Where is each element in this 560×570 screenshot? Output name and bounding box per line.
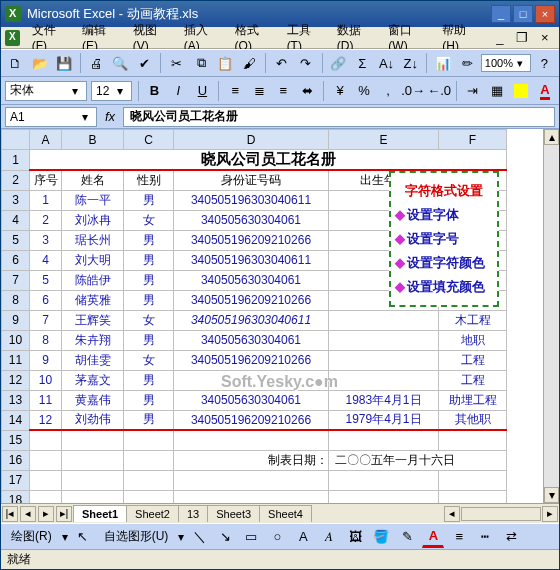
scroll-right-icon[interactable]: ▸ xyxy=(542,506,558,522)
cell[interactable] xyxy=(124,490,174,503)
header-cell[interactable]: 序号 xyxy=(30,170,62,190)
cell[interactable] xyxy=(30,450,62,470)
cell[interactable]: 340505630304061 xyxy=(174,390,329,410)
cell[interactable]: 其他职 xyxy=(439,410,507,430)
sheet-tab[interactable]: Sheet4 xyxy=(259,505,312,522)
print-icon[interactable]: 🖨 xyxy=(86,52,107,74)
cell[interactable] xyxy=(329,430,439,450)
cell[interactable]: 茅嘉文 xyxy=(62,370,124,390)
row-header[interactable]: 6 xyxy=(2,250,30,270)
cell[interactable]: 7 xyxy=(30,310,62,330)
cell[interactable]: 朱卉翔 xyxy=(62,330,124,350)
scroll-left-icon[interactable]: ◂ xyxy=(444,506,460,522)
cell[interactable]: 男 xyxy=(124,270,174,290)
title-cell[interactable]: 晓风公司员工花名册 xyxy=(30,150,507,171)
row-header[interactable]: 1 xyxy=(2,150,30,171)
sort-desc-icon[interactable]: Z↓ xyxy=(400,52,421,74)
minimize-button[interactable]: _ xyxy=(491,5,511,23)
cell[interactable] xyxy=(124,450,174,470)
popup-option-fill[interactable]: ◆设置填充颜色 xyxy=(395,275,493,299)
tab-nav-next-icon[interactable]: ▸ xyxy=(38,506,54,522)
cell[interactable]: 12 xyxy=(30,410,62,430)
sheet-tab[interactable]: Sheet3 xyxy=(207,505,260,522)
row-header[interactable]: 5 xyxy=(2,230,30,250)
fill-color-icon[interactable] xyxy=(511,80,531,102)
grid[interactable]: A B C D E F 1晓风公司员工花名册 2 序号 姓名 性别 身份证号码 … xyxy=(1,129,543,503)
row-header[interactable]: 17 xyxy=(2,470,30,490)
decrease-decimal-icon[interactable]: ←.0 xyxy=(428,80,450,102)
cell[interactable]: 储英雅 xyxy=(62,290,124,310)
cell[interactable]: 2 xyxy=(30,210,62,230)
col-header[interactable]: C xyxy=(124,130,174,150)
font-combo[interactable]: 宋体▾ xyxy=(5,81,87,101)
row-header[interactable]: 11 xyxy=(2,350,30,370)
popup-option-font[interactable]: ◆设置字体 xyxy=(395,203,493,227)
cell[interactable]: 黄嘉伟 xyxy=(62,390,124,410)
align-left-icon[interactable]: ≡ xyxy=(225,80,245,102)
cell[interactable]: 340505196303040611 xyxy=(174,190,329,210)
row-header[interactable]: 16 xyxy=(2,450,30,470)
preview-icon[interactable]: 🔍 xyxy=(110,52,131,74)
cell[interactable]: 女 xyxy=(124,210,174,230)
row-header[interactable]: 18 xyxy=(2,490,30,503)
fill-icon[interactable]: 🪣 xyxy=(370,526,392,548)
formula-input[interactable]: 晓风公司员工花名册 xyxy=(123,107,555,127)
indent-icon[interactable]: ⇥ xyxy=(463,80,483,102)
clipart-icon[interactable]: 🖼 xyxy=(344,526,366,548)
cell[interactable]: 男 xyxy=(124,190,174,210)
col-header[interactable]: D xyxy=(174,130,329,150)
cell[interactable]: 女 xyxy=(124,310,174,330)
cell[interactable] xyxy=(329,370,439,390)
scroll-down-icon[interactable]: ▾ xyxy=(544,487,559,503)
cell[interactable] xyxy=(30,490,62,503)
font-color-icon[interactable]: A xyxy=(422,526,444,548)
doc-close-button[interactable]: × xyxy=(535,27,555,49)
cell[interactable] xyxy=(174,470,329,490)
cell[interactable]: 340505196209210266 xyxy=(174,290,329,310)
cell[interactable]: 男 xyxy=(124,410,174,430)
select-all-corner[interactable] xyxy=(2,130,30,150)
undo-icon[interactable]: ↶ xyxy=(271,52,292,74)
header-cell[interactable]: 姓名 xyxy=(62,170,124,190)
cell[interactable]: 女 xyxy=(124,350,174,370)
align-center-icon[interactable]: ≣ xyxy=(249,80,269,102)
fx-icon[interactable]: fx xyxy=(97,109,123,124)
line-icon[interactable]: ＼ xyxy=(188,526,210,548)
row-header[interactable]: 2 xyxy=(2,170,30,190)
cut-icon[interactable]: ✂ xyxy=(166,52,187,74)
rectangle-icon[interactable]: ▭ xyxy=(240,526,262,548)
chart-icon[interactable]: 📊 xyxy=(432,52,453,74)
cell[interactable]: 工程 xyxy=(439,370,507,390)
row-header[interactable]: 10 xyxy=(2,330,30,350)
wordart-icon[interactable]: 𝐴 xyxy=(318,526,340,548)
open-icon[interactable]: 📂 xyxy=(29,52,50,74)
hyperlink-icon[interactable]: 🔗 xyxy=(328,52,349,74)
cell[interactable]: 刘冰冉 xyxy=(62,210,124,230)
cell[interactable] xyxy=(30,430,62,450)
tab-nav-last-icon[interactable]: ▸| xyxy=(56,506,72,522)
cell[interactable] xyxy=(62,490,124,503)
oval-icon[interactable]: ○ xyxy=(266,526,288,548)
row-header[interactable]: 8 xyxy=(2,290,30,310)
row-header[interactable]: 14 xyxy=(2,410,30,430)
cell[interactable] xyxy=(174,370,329,390)
cell[interactable] xyxy=(124,430,174,450)
row-header[interactable]: 3 xyxy=(2,190,30,210)
line-style-icon[interactable]: ≡ xyxy=(448,526,470,548)
cell[interactable]: 琚长州 xyxy=(62,230,124,250)
textbox-icon[interactable]: A xyxy=(292,526,314,548)
select-objects-icon[interactable]: ↖ xyxy=(72,526,94,548)
cell[interactable]: 340505630304061 xyxy=(174,330,329,350)
arrow-icon[interactable]: ↘ xyxy=(214,526,236,548)
cell[interactable]: 刘大明 xyxy=(62,250,124,270)
cell[interactable]: 6 xyxy=(30,290,62,310)
cell[interactable]: 340505196303040611 xyxy=(174,250,329,270)
row-header[interactable]: 15 xyxy=(2,430,30,450)
paste-icon[interactable]: 📋 xyxy=(215,52,236,74)
merge-icon[interactable]: ⬌ xyxy=(297,80,317,102)
cell[interactable]: 4 xyxy=(30,250,62,270)
cell[interactable]: 9 xyxy=(30,350,62,370)
cell[interactable] xyxy=(62,470,124,490)
tab-nav-first-icon[interactable]: |◂ xyxy=(2,506,18,522)
save-icon[interactable]: 💾 xyxy=(53,52,74,74)
